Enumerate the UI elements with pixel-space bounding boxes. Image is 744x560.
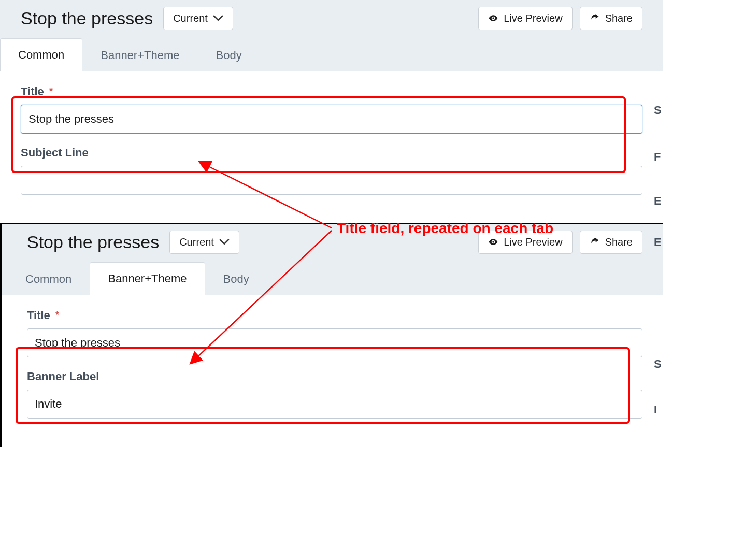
title-label-text: Title	[21, 85, 44, 98]
version-dropdown[interactable]: Current	[163, 7, 233, 30]
share-icon	[590, 237, 600, 247]
version-label: Current	[179, 236, 214, 248]
eye-icon	[488, 13, 498, 23]
tab-body[interactable]: Body	[198, 39, 260, 71]
side-letter: E	[654, 236, 663, 249]
annotation-text: Title field, repeated on each tab	[337, 220, 553, 237]
panel-common: Title * Subject Line	[0, 71, 663, 223]
subject-line-label: Subject Line	[21, 146, 642, 160]
share-icon	[590, 13, 600, 23]
live-preview-label: Live Preview	[504, 12, 562, 24]
tab-banner-theme[interactable]: Banner+Theme	[82, 39, 197, 71]
page-title: Stop the presses	[27, 232, 159, 252]
page-title: Stop the presses	[21, 8, 153, 28]
side-letter: I	[654, 403, 663, 417]
live-preview-label: Live Preview	[504, 236, 562, 248]
share-label: Share	[605, 236, 633, 248]
field-title: Title *	[21, 85, 642, 134]
chevron-down-icon	[219, 237, 230, 247]
required-mark: *	[55, 310, 59, 320]
required-mark: *	[49, 86, 53, 96]
editor-header: Stop the presses Current Live Preview Sh…	[2, 224, 663, 260]
title-label: Title *	[21, 85, 642, 98]
editor-top: Stop the presses Current Live Preview Sh…	[0, 0, 663, 223]
subject-line-input[interactable]	[21, 166, 642, 195]
tab-common[interactable]: Common	[7, 263, 90, 295]
banner-label-input[interactable]	[27, 390, 642, 419]
eye-icon	[488, 237, 498, 247]
title-input[interactable]	[27, 328, 642, 357]
tabs: CommonBanner+ThemeBody	[2, 260, 663, 295]
side-letter: S	[654, 357, 663, 371]
live-preview-button[interactable]: Live Preview	[478, 7, 572, 30]
share-button[interactable]: Share	[580, 7, 642, 30]
share-button[interactable]: Share	[580, 231, 642, 254]
banner-label-label: Banner Label	[27, 370, 642, 383]
panel-banner-theme: Title * Banner Label	[2, 295, 663, 447]
side-letter: I	[654, 446, 663, 447]
title-label-text: Title	[27, 309, 50, 322]
title-input[interactable]	[21, 105, 642, 134]
title-label: Title *	[27, 309, 642, 322]
side-letter: E	[654, 194, 663, 208]
field-banner-label: Banner Label	[27, 370, 642, 419]
tab-common[interactable]: Common	[0, 38, 82, 71]
chevron-down-icon	[213, 13, 223, 23]
tabs: CommonBanner+ThemeBody	[0, 36, 663, 71]
field-subject-line: Subject Line	[21, 146, 642, 195]
editor-header: Stop the presses Current Live Preview Sh…	[0, 0, 663, 36]
version-dropdown[interactable]: Current	[169, 231, 239, 254]
version-label: Current	[173, 12, 208, 24]
field-title: Title *	[27, 309, 642, 357]
side-letter: F	[654, 150, 663, 164]
share-label: Share	[605, 12, 633, 24]
tab-body[interactable]: Body	[205, 263, 267, 295]
side-letter: S	[654, 104, 663, 117]
editor-bottom: Stop the presses Current Live Preview Sh…	[2, 224, 663, 447]
tab-banner-theme[interactable]: Banner+Theme	[90, 262, 205, 295]
